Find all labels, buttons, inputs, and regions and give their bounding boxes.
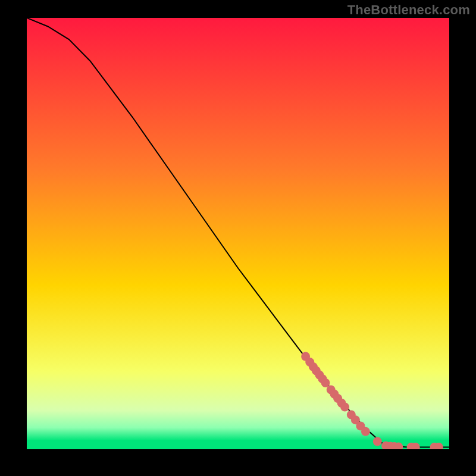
- main-curve: [27, 18, 449, 447]
- data-marker: [340, 403, 349, 412]
- data-marker: [373, 437, 382, 446]
- chart-container: TheBottleneck.com: [0, 0, 476, 476]
- data-marker: [361, 427, 370, 436]
- watermark-text: TheBottleneck.com: [347, 2, 470, 18]
- curve-layer: [27, 18, 449, 449]
- plot-area: [27, 18, 449, 449]
